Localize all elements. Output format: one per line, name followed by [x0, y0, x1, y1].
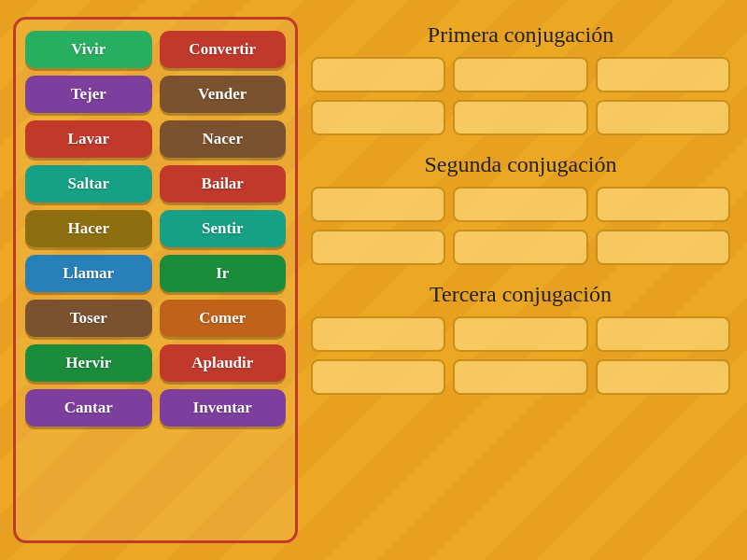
input-primera-6[interactable]: [596, 100, 730, 135]
verb-btn-aplaudir[interactable]: Aplaudir: [160, 344, 287, 382]
section-tercera: Tercera conjugación: [311, 282, 730, 402]
grid-primera-row1: [311, 57, 730, 92]
input-segunda-4[interactable]: [311, 230, 445, 265]
verb-panel: VivirConvertirTejerVenderLavarNacerSalta…: [13, 17, 298, 543]
verb-btn-tejer[interactable]: Tejer: [25, 76, 152, 113]
section-primera: Primera conjugación: [311, 22, 730, 143]
verb-btn-hacer[interactable]: Hacer: [25, 210, 152, 247]
input-primera-1[interactable]: [311, 57, 445, 92]
input-tercera-3[interactable]: [596, 316, 730, 352]
verb-btn-llamar[interactable]: Llamar: [25, 255, 152, 292]
input-tercera-6[interactable]: [596, 359, 730, 395]
grid-tercera-row2: [311, 359, 730, 395]
input-primera-2[interactable]: [453, 57, 587, 92]
input-segunda-1[interactable]: [311, 187, 445, 222]
verb-btn-comer[interactable]: Comer: [160, 300, 287, 337]
grid-primera-row2: [311, 100, 730, 135]
grid-segunda-row1: [311, 187, 730, 222]
title-tercera: Tercera conjugación: [311, 282, 730, 307]
verb-btn-hervir[interactable]: Hervir: [25, 344, 152, 382]
verb-btn-vivir[interactable]: Vivir: [25, 31, 152, 68]
input-segunda-3[interactable]: [596, 187, 730, 222]
input-tercera-1[interactable]: [311, 316, 445, 352]
verb-btn-cantar[interactable]: Cantar: [25, 389, 152, 427]
grid-tercera-row1: [311, 316, 730, 352]
verb-btn-ir[interactable]: Ir: [160, 255, 287, 292]
input-segunda-6[interactable]: [596, 230, 730, 265]
verb-btn-vender[interactable]: Vender: [160, 76, 287, 113]
input-primera-4[interactable]: [311, 100, 445, 135]
title-segunda: Segunda conjugación: [311, 152, 730, 177]
main-layout: VivirConvertirTejerVenderLavarNacerSalta…: [0, 0, 747, 560]
verb-btn-nacer[interactable]: Nacer: [160, 120, 287, 158]
verb-btn-inventar[interactable]: Inventar: [160, 389, 287, 427]
grid-segunda-row2: [311, 230, 730, 265]
verb-btn-sentir[interactable]: Sentir: [160, 210, 287, 247]
title-primera: Primera conjugación: [311, 22, 730, 48]
verb-btn-convertir[interactable]: Convertir: [160, 31, 287, 68]
input-segunda-2[interactable]: [453, 187, 587, 222]
verb-btn-lavar[interactable]: Lavar: [25, 120, 152, 158]
input-primera-5[interactable]: [453, 100, 587, 135]
input-tercera-5[interactable]: [453, 359, 587, 395]
verb-btn-saltar[interactable]: Saltar: [25, 165, 152, 203]
input-tercera-4[interactable]: [311, 359, 445, 395]
verb-btn-bailar[interactable]: Bailar: [160, 165, 287, 203]
conjugation-panel: Primera conjugación Segunda conjugación: [307, 17, 734, 543]
input-tercera-2[interactable]: [453, 316, 587, 352]
input-primera-3[interactable]: [596, 57, 730, 92]
input-segunda-5[interactable]: [453, 230, 587, 265]
verb-btn-toser[interactable]: Toser: [25, 300, 152, 337]
section-segunda: Segunda conjugación: [311, 152, 730, 273]
